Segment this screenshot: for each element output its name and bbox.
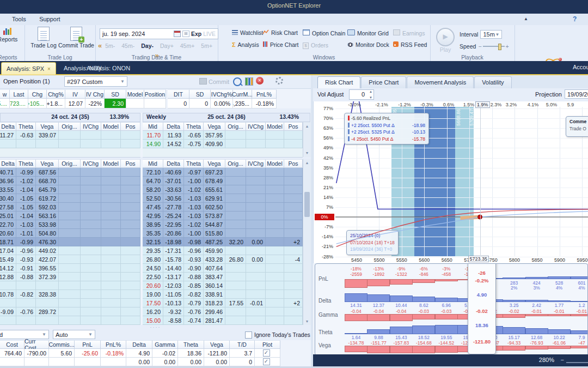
interval-select[interactable]: 15m▼ bbox=[480, 30, 502, 39]
menu-support[interactable]: Support bbox=[34, 14, 66, 24]
scale-mode-select[interactable]: Auto▼ bbox=[53, 330, 95, 339]
time-step-5m+[interactable]: 5m+ bbox=[201, 43, 212, 49]
col-header[interactable]: Delta bbox=[126, 340, 152, 349]
col-header[interactable]: Model bbox=[266, 159, 284, 168]
menu-tools[interactable]: Tools bbox=[7, 14, 32, 24]
time-step-Day+[interactable]: Day+ bbox=[160, 43, 174, 49]
splitter-grip-3[interactable]: ···· bbox=[0, 325, 311, 329]
close-tab-icon[interactable]: × bbox=[47, 66, 51, 72]
col-header[interactable]: Gamma bbox=[152, 340, 178, 349]
ribbon-collapse-icon[interactable]: ▲ bbox=[524, 16, 528, 21]
col-header[interactable]: Pos bbox=[284, 122, 303, 131]
tab-risk-chart[interactable]: Risk Chart bbox=[317, 76, 360, 88]
col-header[interactable]: Vega bbox=[204, 122, 225, 131]
col-header[interactable]: Vega bbox=[204, 159, 225, 168]
speed-slider[interactable]: − + bbox=[478, 43, 509, 50]
price-chart-button[interactable]: Price Chart bbox=[262, 41, 299, 48]
time-step-5m-[interactable]: 5m- bbox=[105, 43, 115, 49]
monitor-grid-button[interactable]: Monitor Grid bbox=[347, 29, 389, 37]
play-button[interactable]: ▶ Play bbox=[436, 28, 455, 53]
zoom-slider[interactable] bbox=[566, 362, 588, 363]
reports-button[interactable]: Reports bbox=[0, 27, 23, 43]
tab-movement-analysis[interactable]: Movement Analysis bbox=[407, 76, 474, 88]
scrollbar-thumb[interactable] bbox=[304, 192, 310, 217]
search-icon[interactable] bbox=[233, 77, 242, 86]
col-header[interactable]: w bbox=[0, 89, 10, 99]
col-header[interactable]: Last bbox=[10, 89, 28, 99]
col-header[interactable]: Delta bbox=[0, 122, 16, 131]
col-header[interactable]: Model bbox=[101, 159, 121, 168]
vol-adjust-spinner[interactable]: 0 ▲ ▼ bbox=[349, 89, 374, 100]
strategy-select[interactable]: #297 Custom▼ bbox=[64, 76, 127, 87]
commit-trade-button[interactable]: + Commit Trade bbox=[58, 27, 94, 49]
splitter-grip[interactable]: ···· bbox=[0, 108, 311, 113]
exp-label[interactable]: Exp bbox=[191, 31, 201, 37]
col-header[interactable]: IVChg bbox=[246, 159, 266, 168]
col-header[interactable]: PnL bbox=[75, 340, 101, 349]
trade-log-button[interactable]: Trade Log bbox=[28, 27, 59, 49]
col-header[interactable]: Cost bbox=[0, 340, 24, 349]
col-header[interactable]: Pos bbox=[121, 122, 140, 131]
col-header[interactable]: DIT bbox=[168, 89, 189, 99]
speed-slider-handle[interactable] bbox=[498, 44, 501, 50]
expand-date-icon[interactable]: ⊞ bbox=[182, 31, 189, 37]
rss-feed-button[interactable]: RSS Feed bbox=[393, 41, 427, 48]
col-header[interactable]: Mid bbox=[143, 159, 163, 168]
spin-down-icon[interactable]: ▼ bbox=[369, 96, 372, 99]
col-header[interactable]: Theta bbox=[178, 340, 204, 349]
zoom-out-icon[interactable]: − bbox=[561, 357, 564, 363]
col-header[interactable]: IVChg bbox=[81, 159, 101, 168]
col-header[interactable]: Commis... bbox=[49, 340, 75, 349]
analysis-button[interactable]: ΣAnalysis bbox=[232, 41, 259, 48]
col-header[interactable]: SD bbox=[105, 89, 126, 99]
col-header[interactable]: Position bbox=[144, 89, 166, 99]
col-header[interactable]: SD bbox=[189, 89, 211, 99]
tab-analysis-onon[interactable]: Analysis: ONON bbox=[82, 62, 135, 74]
time-step-Day-[interactable]: Day- bbox=[141, 43, 154, 49]
col-header[interactable]: Theta bbox=[184, 122, 204, 131]
risk-chart[interactable]: 77%70%63%56%49%42%35%28%21%14%7%0%-7%-14… bbox=[313, 101, 588, 263]
ignore-trades-checkbox[interactable] bbox=[245, 331, 252, 341]
time-step-45m-[interactable]: 45m- bbox=[121, 43, 134, 49]
col-header[interactable]: Vega bbox=[36, 122, 59, 131]
help-icon[interactable]: ? bbox=[573, 15, 577, 23]
calendar-icon[interactable] bbox=[174, 31, 181, 37]
risk-chart-button[interactable]: Risk Chart bbox=[262, 29, 298, 36]
col-header[interactable]: Pos bbox=[284, 159, 303, 168]
col-header[interactable]: Chg bbox=[28, 89, 47, 99]
plot-checkbox[interactable]: ✓ bbox=[263, 358, 270, 365]
col-header[interactable]: Theta bbox=[16, 122, 36, 131]
plot-checkbox[interactable]: ✓ bbox=[263, 349, 270, 357]
col-header[interactable]: Model bbox=[126, 89, 144, 99]
tab-analysis-spx[interactable]: Analysis: SPX× bbox=[1, 62, 56, 75]
chain-scrollbar[interactable]: ▲▼ bbox=[303, 159, 311, 325]
commit-button[interactable]: Commit bbox=[199, 78, 229, 85]
col-header[interactable]: Vega bbox=[36, 159, 59, 168]
col-header[interactable]: Orig... bbox=[59, 159, 81, 168]
col-header[interactable]: CurrM... bbox=[233, 89, 252, 99]
settings-gear-icon[interactable] bbox=[275, 77, 283, 85]
col-header[interactable]: Orig... bbox=[225, 122, 246, 131]
col-header[interactable]: Pos bbox=[121, 159, 140, 168]
col-header[interactable]: PnL% bbox=[252, 89, 277, 99]
col-header[interactable]: IVChg bbox=[246, 122, 266, 131]
projection-date-field[interactable]: 19/09/202 bbox=[565, 89, 588, 99]
col-header[interactable]: Plot bbox=[255, 340, 280, 349]
col-header[interactable]: IVChg% bbox=[211, 89, 233, 99]
trading-date-field[interactable]: ju. 19 sep. 2024 ⊞ Exp LIVE bbox=[100, 28, 218, 39]
scroll-arrows[interactable]: ▲▼ bbox=[303, 122, 311, 157]
col-header[interactable]: Orig... bbox=[225, 159, 246, 168]
export-grid-icon[interactable] bbox=[245, 77, 253, 86]
col-header[interactable]: Mid bbox=[143, 122, 163, 131]
col-header[interactable]: Delta bbox=[163, 122, 184, 131]
live-label[interactable]: LIVE bbox=[203, 31, 216, 37]
col-header[interactable]: IV Chg bbox=[85, 89, 105, 99]
monitor-dock-button[interactable]: Monitor Dock bbox=[347, 41, 389, 48]
account-tab[interactable]: Account bbox=[573, 64, 588, 70]
watchlist-button[interactable]: Watchlist bbox=[232, 29, 263, 36]
col-header[interactable]: Delta bbox=[163, 159, 184, 168]
col-header[interactable]: Orig... bbox=[59, 122, 81, 131]
tab-volatility[interactable]: Volatility bbox=[474, 76, 511, 88]
col-header[interactable]: Theta bbox=[16, 159, 36, 168]
col-header[interactable]: Theta bbox=[184, 159, 204, 168]
